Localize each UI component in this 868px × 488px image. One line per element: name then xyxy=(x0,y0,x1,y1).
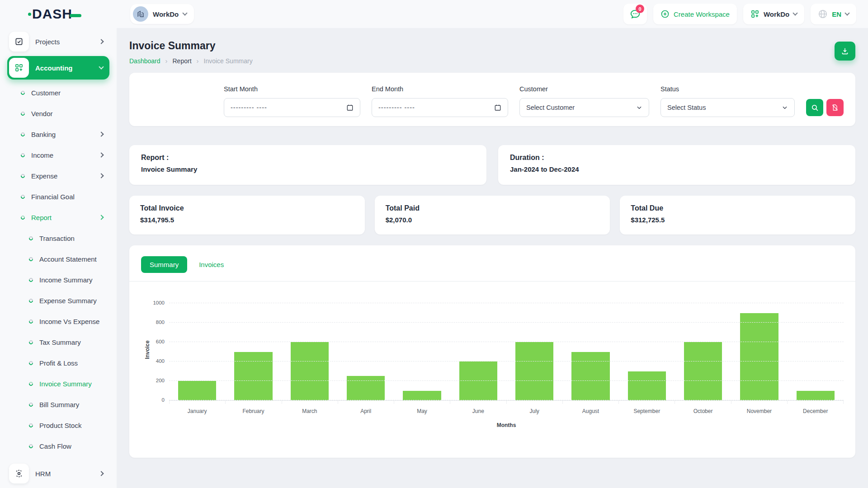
bar-column-october xyxy=(675,303,731,400)
breadcrumb-report[interactable]: Report xyxy=(173,57,192,65)
chevron-down-icon xyxy=(183,10,188,15)
sidebar-item-bill-summary[interactable]: Bill Summary xyxy=(7,394,109,415)
total-due-value: $312,725.5 xyxy=(631,216,844,224)
download-report-button[interactable] xyxy=(835,42,855,61)
sidebar-item-income-summary[interactable]: Income Summary xyxy=(7,269,109,290)
chart-bars xyxy=(169,303,844,400)
sidebar-item-account-statement[interactable]: Account Statement xyxy=(7,249,109,269)
sidebar-item-vendor[interactable]: Vendor xyxy=(7,103,109,124)
workdo-menu-label: WorkDo xyxy=(764,10,789,18)
end-month-input[interactable]: --------- ---- xyxy=(372,98,508,117)
sidebar-item-income[interactable]: Income xyxy=(7,145,109,165)
chevron-down-icon xyxy=(793,10,797,15)
bar-july xyxy=(515,342,554,400)
grid-plus-icon xyxy=(750,9,760,19)
report-card: Report : Invoice Summary xyxy=(129,145,486,185)
sidebar-item-projects[interactable]: Projects xyxy=(7,30,109,53)
sidebar-item-label: Expense xyxy=(31,172,57,180)
sidebar-item-cash-flow[interactable]: Cash Flow xyxy=(7,436,109,456)
sidebar-item-label: Tax Summary xyxy=(39,338,81,346)
bullet-icon xyxy=(20,152,26,158)
bullet-icon xyxy=(20,173,26,179)
status-select[interactable]: Select Status xyxy=(660,98,795,117)
page-header: Invoice Summary Dashboard › Report › Inv… xyxy=(129,40,855,65)
bullet-icon xyxy=(28,402,34,408)
bar-april xyxy=(347,376,385,400)
y-axis-tick-label: 400 xyxy=(145,358,165,364)
chevron-right-icon xyxy=(99,471,104,476)
sidebar-item-hrm[interactable]: HRM xyxy=(7,462,109,485)
sidebar-item-report[interactable]: Report xyxy=(7,207,109,228)
sidebar-item-financial-goal[interactable]: Financial Goal xyxy=(7,186,109,207)
total-paid-value: $2,070.0 xyxy=(386,216,599,224)
sidebar-item-profit-loss[interactable]: Profit & Loss xyxy=(7,352,109,373)
sidebar-item-transaction[interactable]: Transaction xyxy=(7,228,109,249)
sidebar-item-invoice-summary[interactable]: Invoice Summary xyxy=(7,373,109,394)
x-axis-tick xyxy=(450,401,506,404)
sidebar-item-label: Banking xyxy=(31,131,56,138)
start-month-input[interactable]: --------- ---- xyxy=(224,98,360,117)
breadcrumb: Dashboard › Report › Invoice Summary xyxy=(129,57,253,65)
sidebar-item-label: Product Stock xyxy=(39,422,81,429)
bullet-icon xyxy=(28,235,34,241)
messages-button[interactable]: 0 xyxy=(623,4,647,24)
x-axis-title: Months xyxy=(169,422,844,428)
sidebar-item-label: Transaction xyxy=(39,235,75,242)
sidebar-item-product-stock[interactable]: Product Stock xyxy=(7,415,109,436)
app-logo[interactable]: DASH xyxy=(0,7,117,21)
bar-december xyxy=(797,391,835,401)
search-button[interactable] xyxy=(806,99,823,116)
sidebar-item-label: Financial Goal xyxy=(31,193,75,201)
invoice-bar-chart: Invoice 02004006008001000 JanuaryFebruar… xyxy=(141,303,844,428)
language-selector[interactable]: EN xyxy=(811,4,856,24)
sidebar-item-banking[interactable]: Banking xyxy=(7,124,109,145)
sidebar-item-label: Cash Flow xyxy=(39,442,71,450)
sidebar-item-label: Expense Summary xyxy=(39,297,97,305)
bar-may xyxy=(403,391,441,401)
start-month-filter: Start Month --------- ---- xyxy=(224,85,360,117)
bullet-icon xyxy=(20,111,26,117)
y-axis-tick-label: 0 xyxy=(145,397,165,403)
workdo-menu-button[interactable]: WorkDo xyxy=(743,4,804,24)
page-title: Invoice Summary xyxy=(129,40,253,52)
x-axis-tick xyxy=(394,401,450,404)
reset-filter-button[interactable] xyxy=(826,99,844,116)
workspace-switcher[interactable]: WorkDo xyxy=(130,4,194,24)
create-workspace-button[interactable]: Create Workspace xyxy=(653,4,737,24)
x-axis-tick xyxy=(731,401,788,404)
language-code: EN xyxy=(832,10,841,18)
sidebar-item-customer[interactable]: Customer xyxy=(7,82,109,103)
end-month-label: End Month xyxy=(372,85,508,93)
x-axis-tick xyxy=(507,401,563,404)
gridline: 400 xyxy=(169,361,844,361)
chevron-down-icon xyxy=(844,10,849,15)
sidebar-item-expense[interactable]: Expense xyxy=(7,165,109,186)
gridline: 800 xyxy=(169,322,844,323)
bar-column-january xyxy=(169,303,225,400)
breadcrumb-dashboard[interactable]: Dashboard xyxy=(129,57,160,65)
customer-select[interactable]: Select Customer xyxy=(519,98,649,117)
sidebar-navigation: ProjectsAccountingCustomerVendorBankingI… xyxy=(0,28,117,488)
bullet-icon xyxy=(28,319,34,324)
tab-invoices[interactable]: Invoices xyxy=(198,256,225,273)
x-axis-label-october: October xyxy=(675,408,731,414)
chevron-right-icon xyxy=(99,152,104,157)
gridline: 0 xyxy=(169,400,844,400)
sidebar-item-accounting[interactable]: Accounting xyxy=(7,56,109,80)
chevron-down-icon xyxy=(99,64,104,69)
total-invoice-label: Total Invoice xyxy=(140,204,354,212)
messages-count-badge: 0 xyxy=(636,5,644,13)
sidebar-item-tax-summary[interactable]: Tax Summary xyxy=(7,332,109,352)
sidebar-item-label: Income xyxy=(31,151,53,159)
tab-summary[interactable]: Summary xyxy=(141,256,187,273)
breadcrumb-separator: › xyxy=(165,57,168,65)
sidebar-item-label: Customer xyxy=(31,89,61,97)
sidebar-item-expense-summary[interactable]: Expense Summary xyxy=(7,290,109,311)
sidebar-item-income-vs-expense[interactable]: Income Vs Expense xyxy=(7,311,109,332)
x-axis-label-march: March xyxy=(282,408,338,414)
chevron-right-icon xyxy=(99,131,104,136)
total-invoice-card: Total Invoice $314,795.5 xyxy=(129,196,365,235)
x-axis-label-june: June xyxy=(450,408,506,414)
filter-card: Start Month --------- ---- End Month ---… xyxy=(129,73,855,126)
logo-text: DASH xyxy=(32,7,72,21)
